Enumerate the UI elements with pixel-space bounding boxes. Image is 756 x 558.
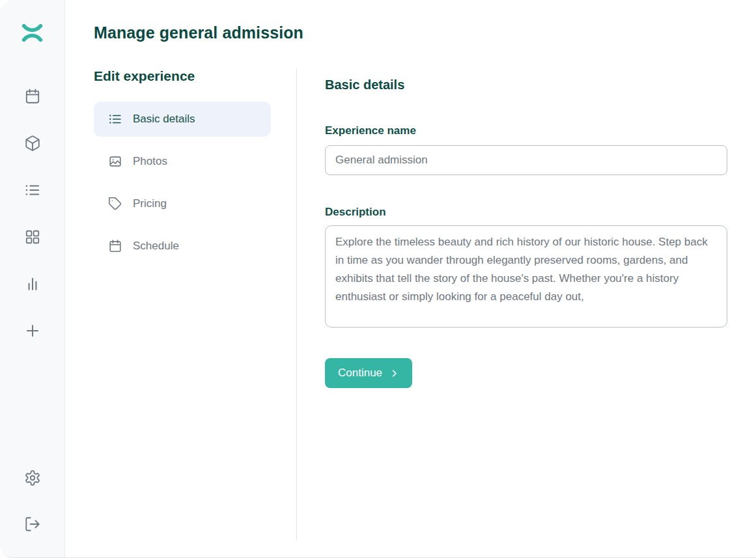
- subnav-item-basic-details[interactable]: Basic details: [94, 102, 271, 137]
- sidebar-nav: [24, 88, 41, 339]
- brand-logo-icon: [20, 22, 44, 46]
- calendar-icon: [108, 239, 122, 253]
- subnav-item-label: Basic details: [133, 113, 195, 126]
- description-label: Description: [325, 206, 727, 219]
- subnav-item-label: Schedule: [133, 240, 179, 253]
- sidebar-add-button[interactable]: [24, 322, 41, 339]
- calendar-icon: [24, 88, 41, 105]
- gear-icon: [24, 469, 41, 486]
- continue-button[interactable]: Continue: [325, 358, 412, 388]
- app-window: Manage general admission Edit experience…: [0, 0, 756, 558]
- edit-experience-nav: Edit experience Basic details Photos: [94, 68, 297, 540]
- tag-icon: [108, 197, 122, 211]
- main-content: Manage general admission Edit experience…: [65, 0, 756, 557]
- sidebar-grid-button[interactable]: [24, 229, 41, 245]
- description-textarea[interactable]: Explore the timeless beauty and rich his…: [325, 225, 727, 328]
- sidebar-list-button[interactable]: [24, 182, 41, 199]
- subnav-item-schedule[interactable]: Schedule: [94, 229, 271, 264]
- list-icon: [108, 112, 122, 126]
- page-title: Manage general admission: [94, 23, 727, 42]
- subnav-item-pricing[interactable]: Pricing: [94, 186, 271, 221]
- image-icon: [108, 154, 122, 169]
- experience-name-label: Experience name: [325, 124, 727, 137]
- sidebar-logout-button[interactable]: [24, 516, 41, 533]
- package-icon: [24, 135, 41, 152]
- subnav-item-label: Pricing: [133, 197, 167, 210]
- content-row: Edit experience Basic details Photos: [94, 68, 727, 540]
- grid-icon: [24, 229, 41, 245]
- form-heading: Basic details: [325, 77, 727, 92]
- chevron-right-icon: [389, 369, 399, 378]
- continue-button-label: Continue: [338, 367, 382, 380]
- icon-sidebar: [0, 0, 65, 557]
- subnav-heading: Edit experience: [94, 68, 296, 84]
- plus-icon: [24, 322, 41, 339]
- subnav-item-label: Photos: [133, 155, 167, 168]
- basic-details-form: Basic details Experience name Descriptio…: [297, 68, 727, 540]
- list-icon: [24, 182, 41, 199]
- experience-name-input[interactable]: [325, 145, 727, 175]
- sidebar-footer: [24, 469, 41, 533]
- subnav-item-photos[interactable]: Photos: [94, 144, 271, 179]
- bar-chart-icon: [24, 275, 41, 292]
- sidebar-settings-button[interactable]: [24, 469, 41, 486]
- sidebar-analytics-button[interactable]: [24, 275, 41, 292]
- sidebar-calendar-button[interactable]: [24, 88, 41, 105]
- sidebar-package-button[interactable]: [24, 135, 41, 152]
- logout-icon: [24, 516, 41, 533]
